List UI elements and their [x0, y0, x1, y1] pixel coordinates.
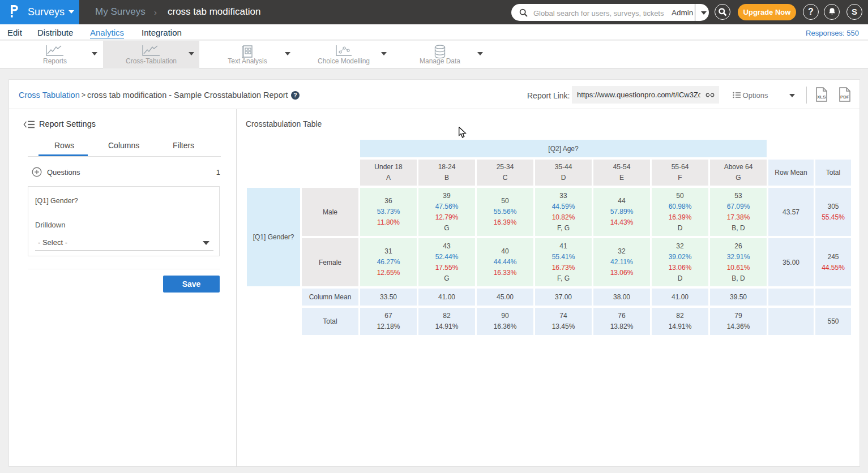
svg-text:XLS: XLS	[817, 94, 826, 100]
svg-text:PDF: PDF	[840, 94, 849, 100]
